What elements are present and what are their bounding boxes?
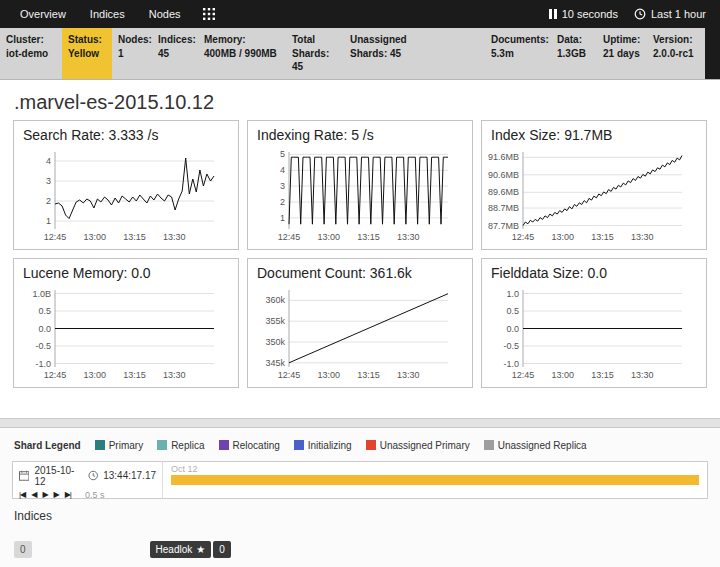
skip-end-button[interactable]: ▶| [65, 490, 71, 499]
step-back-button[interactable]: ◀ [31, 490, 36, 499]
legend-swatch-relocating [219, 440, 229, 450]
svg-text:91.6MB: 91.6MB [488, 152, 519, 162]
status-badge: Yellow [68, 48, 99, 59]
page-title: .marvel-es-2015.10.12 [0, 80, 720, 120]
timeline-time[interactable]: 13:44:17.17 [103, 470, 156, 481]
version-value: 2.0.0-rc1 [653, 48, 694, 59]
svg-text:-1.0: -1.0 [35, 358, 51, 368]
nodes-label: Nodes: [118, 34, 152, 45]
shard-table-row: 0 Headlok ★ 0 [0, 527, 720, 558]
chart-plot-lucene-memory: 1.0B0.50.0-0.5-1.012:4513:0013:1513:30 [15, 285, 221, 381]
node-badge-headlok[interactable]: Headlok ★ [150, 541, 212, 558]
chart-plot-search-rate: 432112:4513:0013:1513:30 [15, 147, 221, 243]
legend-label-unassigned-primary: Unassigned Primary [380, 440, 470, 451]
svg-text:13:30: 13:30 [163, 370, 186, 380]
chart-panel-search-rate: Search Rate: 3.333 /s 432112:4513:0013:1… [13, 120, 239, 250]
total-shards-value: 45 [292, 61, 303, 72]
apps-grid-icon[interactable] [203, 8, 215, 20]
cluster-uptime-cell: Uptime: 21 days [597, 28, 647, 79]
svg-text:360k: 360k [265, 295, 285, 305]
uptime-label: Uptime: [603, 34, 640, 45]
tab-nodes[interactable]: Nodes [137, 0, 193, 28]
svg-text:13:30: 13:30 [631, 370, 654, 380]
svg-text:0.5: 0.5 [506, 306, 519, 316]
svg-text:13:00: 13:00 [318, 232, 341, 242]
svg-text:12:45: 12:45 [44, 232, 67, 242]
legend-item-unassigned-replica: Unassigned Replica [484, 440, 587, 451]
timeline-track: Oct 12 [163, 462, 707, 498]
legend-swatch-initializing [294, 440, 304, 450]
chart-plot-index-size: 91.6MB90.6MB89.6MB88.7MB87.7MB12:4513:00… [483, 147, 689, 243]
cluster-memory-cell: Memory: 400MB / 990MB [198, 28, 286, 79]
refresh-interval-control[interactable]: 10 seconds [549, 8, 618, 20]
svg-text:13:15: 13:15 [123, 370, 146, 380]
status-label: Status: [68, 34, 102, 45]
indices-section-label: Indices [0, 499, 720, 527]
chart-panel-index-size: Index Size: 91.7MB 91.6MB90.6MB89.6MB88.… [481, 120, 707, 250]
svg-text:13:30: 13:30 [397, 370, 420, 380]
svg-text:90.6MB: 90.6MB [488, 169, 519, 179]
cluster-status-bar: Cluster: iot-demo Status: Yellow Nodes: … [0, 28, 720, 80]
svg-text:345k: 345k [265, 357, 285, 367]
tab-indices[interactable]: Indices [78, 0, 137, 28]
node-name-label: Headlok [156, 544, 193, 555]
legend-item-unassigned-primary: Unassigned Primary [366, 440, 470, 451]
svg-text:13:00: 13:00 [318, 370, 341, 380]
legend-swatch-replica [157, 440, 167, 450]
clock-small-icon [88, 470, 98, 481]
unassigned-shards-value: 45 [390, 48, 401, 59]
svg-text:12:45: 12:45 [512, 370, 535, 380]
documents-label: Documents: [491, 34, 549, 45]
svg-text:4: 4 [280, 165, 285, 175]
indices-value: 45 [158, 48, 169, 59]
svg-text:12:45: 12:45 [512, 232, 535, 242]
legend-label-unassigned-replica: Unassigned Replica [498, 440, 587, 451]
tab-overview[interactable]: Overview [8, 0, 78, 28]
svg-text:1.0B: 1.0B [32, 288, 51, 298]
cluster-status-cell: Status: Yellow [62, 28, 112, 79]
legend-item-primary: Primary [95, 440, 143, 451]
svg-text:3: 3 [280, 181, 285, 191]
chart-panel-fielddata-size: Fielddata Size: 0.0 1.00.50.0-0.5-1.012:… [481, 258, 707, 388]
svg-text:13:00: 13:00 [84, 370, 107, 380]
indices-label: Indices: [158, 34, 196, 45]
chart-panel-lucene-memory: Lucene Memory: 0.0 1.0B0.50.0-0.5-1.012:… [13, 258, 239, 388]
cluster-label: Cluster: [6, 34, 44, 45]
cluster-total-shards-cell: Total Shards: 45 [286, 28, 344, 79]
clock-icon [634, 8, 646, 20]
documents-value: 5.3m [491, 48, 514, 59]
chart-title-index-size: Index Size: 91.7MB [483, 127, 705, 147]
svg-text:350k: 350k [265, 337, 285, 347]
legend-swatch-unassigned-primary [366, 440, 376, 450]
data-value: 1.3GB [557, 48, 586, 59]
chart-plot-fielddata-size: 1.00.50.0-0.5-1.012:4513:0013:1513:30 [483, 285, 689, 381]
svg-text:89.6MB: 89.6MB [488, 187, 519, 197]
svg-text:13:15: 13:15 [357, 370, 380, 380]
play-button[interactable]: ▶ [42, 490, 47, 499]
legend-item-relocating: Relocating [219, 440, 280, 451]
unassigned-shard-count-badge: 0 [14, 541, 32, 558]
cluster-version-cell: Version: 2.0.0-rc1 [647, 28, 705, 79]
timeline-bar-label: Oct 12 [171, 464, 699, 474]
svg-text:0.5: 0.5 [38, 306, 51, 316]
cluster-documents-cell: Documents: 5.3m [485, 28, 551, 79]
legend-swatch-primary [95, 440, 105, 450]
timeline-date[interactable]: 2015-10-12 [34, 465, 82, 487]
timeline-scrubber-bar[interactable] [171, 475, 699, 485]
chart-title-search-rate: Search Rate: 3.333 /s [15, 127, 237, 147]
time-range-control[interactable]: Last 1 hour [634, 8, 706, 20]
chart-title-fielddata-size: Fielddata Size: 0.0 [483, 265, 705, 285]
step-forward-button[interactable]: ▶ [54, 490, 59, 499]
skip-start-button[interactable]: |◀ [19, 490, 25, 499]
svg-text:4: 4 [46, 156, 51, 166]
cluster-value: iot-demo [6, 48, 48, 59]
version-label: Version: [653, 34, 692, 45]
node-shard-count-badge: 0 [213, 541, 231, 558]
svg-text:12:45: 12:45 [44, 370, 67, 380]
chart-panel-indexing-rate: Indexing Rate: 5 /s 5432112:4513:0013:15… [247, 120, 473, 250]
chart-panel-document-count: Document Count: 361.6k 360k355k350k345k1… [247, 258, 473, 388]
cluster-name-cell: Cluster: iot-demo [0, 28, 62, 79]
svg-text:88.7MB: 88.7MB [488, 203, 519, 213]
svg-text:13:15: 13:15 [591, 370, 614, 380]
chart-plot-indexing-rate: 5432112:4513:0013:1513:30 [249, 147, 455, 243]
